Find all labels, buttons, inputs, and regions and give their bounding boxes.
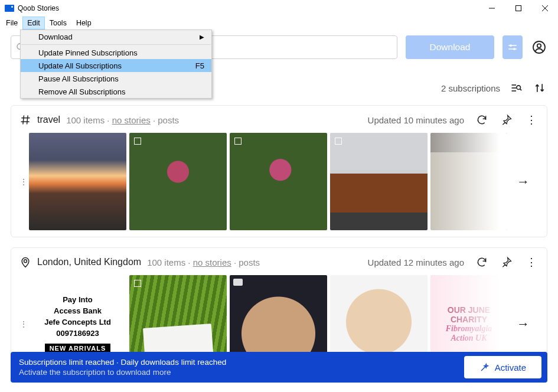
thumb-text: Pay Into <box>63 295 93 304</box>
thumbnail[interactable] <box>129 133 227 230</box>
menu-update-pinned-label: Update Pinned Subscriptions <box>38 48 138 57</box>
card-updated: Updated 12 minutes ago <box>368 257 464 267</box>
activate-button-label: Activate <box>495 362 526 373</box>
menu-update-all-label: Update All Subscriptions <box>38 61 122 70</box>
account-button[interactable] <box>531 39 547 55</box>
subscription-card-travel: travel 100 items · no stories · posts Up… <box>11 105 547 237</box>
search-list-button[interactable] <box>508 80 524 96</box>
close-button[interactable] <box>531 0 558 17</box>
more-button[interactable]: ⋮ <box>524 255 539 269</box>
menu-update-pinned[interactable]: Update Pinned Subscriptions <box>21 46 211 59</box>
drag-handle-icon[interactable]: ⋮⋮ <box>19 319 25 329</box>
thumb-text: Fibromyalgia <box>446 324 492 334</box>
card-items: 100 items <box>147 257 185 267</box>
menu-download[interactable]: Download ▶ <box>21 30 211 43</box>
card-posts: posts <box>158 115 179 125</box>
thumbnail[interactable] <box>29 133 126 230</box>
menu-pause-all[interactable]: Pause All Subscriptions <box>21 72 211 85</box>
menu-edit[interactable]: Edit <box>22 17 45 30</box>
svg-point-11 <box>537 44 541 47</box>
maximize-button[interactable] <box>505 0 531 17</box>
menu-remove-all[interactable]: Remove All Subscriptions <box>21 85 211 98</box>
menu-download-label: Download <box>38 32 73 41</box>
user-icon <box>532 40 546 54</box>
video-badge-icon <box>233 279 243 286</box>
card-posts: posts <box>239 257 260 267</box>
app-icon <box>5 5 14 12</box>
menu-update-all[interactable]: Update All Subscriptions F5 <box>21 59 211 72</box>
card-name[interactable]: travel <box>37 115 60 125</box>
card-no-stories[interactable]: no stories <box>112 115 151 125</box>
banner-line1: Subscriptions limit reached · Daily down… <box>19 357 226 367</box>
drag-handle-icon[interactable]: ⋮⋮ <box>19 177 25 187</box>
card-items: 100 items <box>66 115 105 125</box>
multi-badge-icon <box>234 138 242 145</box>
menu-tools[interactable]: Tools <box>45 17 71 30</box>
thumbnail[interactable] <box>230 133 327 230</box>
multi-badge-icon <box>335 138 342 145</box>
edit-dropdown: Download ▶ Update Pinned Subscriptions U… <box>20 30 212 99</box>
card-name[interactable]: London, United Kingdom <box>37 257 141 267</box>
subscriptions-count: 2 subscriptions <box>441 83 500 93</box>
thumb-text: Action UK <box>451 334 487 343</box>
subscriptions-summary: 2 subscriptions <box>441 80 547 96</box>
card-updated: Updated 10 minutes ago <box>368 115 464 125</box>
submenu-arrow-icon: ▶ <box>200 34 204 40</box>
menubar: File Edit Tools Help <box>0 17 558 30</box>
menu-help[interactable]: Help <box>71 17 96 30</box>
thumbnails-row: ⋮⋮ → <box>19 133 539 230</box>
settings-button[interactable] <box>502 35 523 59</box>
svg-line-16 <box>520 89 522 91</box>
svg-point-7 <box>510 44 512 47</box>
banner-line2: Activate the subscription to download mo… <box>19 367 226 377</box>
wand-icon <box>479 362 490 373</box>
svg-point-9 <box>513 48 515 50</box>
menu-file[interactable]: File <box>1 17 22 30</box>
card-no-stories[interactable]: no stories <box>193 257 231 267</box>
svg-rect-1 <box>515 6 521 11</box>
refresh-button[interactable] <box>475 255 489 269</box>
limit-banner: Subscriptions limit reached · Daily down… <box>11 352 547 383</box>
app-title: Qoob Stories <box>18 4 59 12</box>
menu-remove-all-label: Remove All Subscriptions <box>38 87 125 96</box>
next-arrow-button[interactable]: → <box>513 313 534 335</box>
svg-point-17 <box>24 260 27 263</box>
list-search-icon <box>510 82 522 94</box>
thumb-text: 0097186923 <box>56 329 99 338</box>
sort-button[interactable] <box>532 80 547 96</box>
thumb-text: Access Bank <box>54 306 102 315</box>
hashtag-icon <box>19 114 31 126</box>
pin-button[interactable] <box>500 255 514 269</box>
card-header: London, United Kingdom 100 items · no st… <box>19 255 539 269</box>
menu-update-all-shortcut: F5 <box>195 61 204 70</box>
multi-badge-icon <box>134 280 141 287</box>
more-button[interactable]: ⋮ <box>524 113 539 127</box>
thumbnail[interactable] <box>330 133 428 230</box>
menu-pause-all-label: Pause All Subscriptions <box>38 74 119 83</box>
minimize-button[interactable] <box>478 0 505 17</box>
location-icon <box>19 256 31 268</box>
card-header: travel 100 items · no stories · posts Up… <box>19 113 539 127</box>
menu-separator <box>21 44 211 45</box>
sliders-icon <box>507 42 518 53</box>
thumb-text: OUR JUNE <box>448 305 490 315</box>
activate-button[interactable]: Activate <box>464 356 541 378</box>
multi-badge-icon <box>134 138 141 145</box>
download-button-label: Download <box>430 42 471 53</box>
next-arrow-button[interactable]: → <box>513 171 534 192</box>
refresh-button[interactable] <box>475 113 489 127</box>
titlebar: Qoob Stories <box>0 0 558 17</box>
sort-icon <box>534 82 546 94</box>
pin-button[interactable] <box>500 113 514 127</box>
thumb-text: Jefe Concepts Ltd <box>44 318 111 326</box>
download-button[interactable]: Download <box>406 35 494 59</box>
thumb-text: CHARITY <box>451 315 487 324</box>
svg-point-15 <box>517 86 521 90</box>
thumbnail[interactable] <box>430 133 507 230</box>
